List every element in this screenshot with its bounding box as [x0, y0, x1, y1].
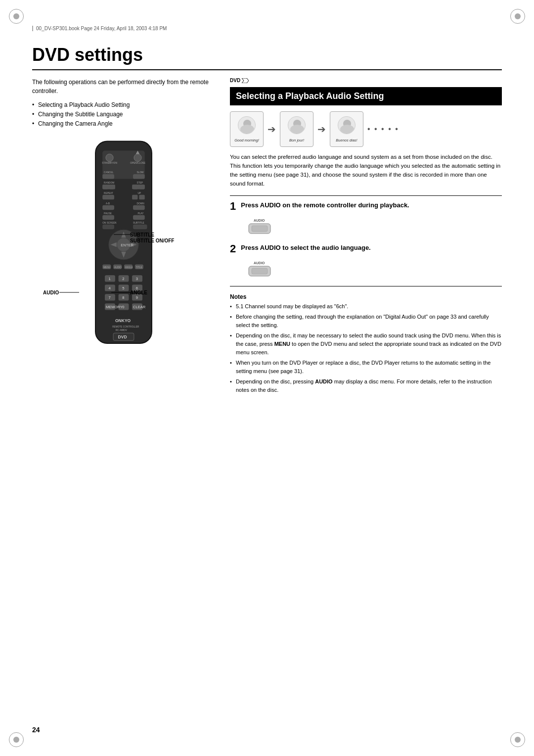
svg-text:UP: UP [138, 191, 141, 194]
page-number: 24 [32, 726, 40, 734]
svg-text:MENU: MENU [103, 266, 111, 269]
step-2-header: 2 Press AUDIO to select the audio langua… [230, 243, 502, 254]
dvd-icon-label: DVD [230, 78, 502, 83]
subtitle-label: SUBTITLE [130, 232, 154, 237]
svg-text:2: 2 [122, 276, 124, 281]
svg-rect-30 [102, 215, 114, 220]
notes-section: Notes 5.1 Channel sound may be displayed… [230, 293, 502, 394]
svg-text:REMOTE CONTROLLER: REMOTE CONTROLLER [112, 325, 139, 328]
svg-rect-89 [252, 268, 267, 274]
arrow-2: ➔ [317, 123, 326, 135]
svg-text:RANDOM: RANDOM [104, 182, 114, 184]
person-face-2 [288, 116, 306, 134]
svg-rect-27 [133, 205, 145, 210]
svg-text:ENTER: ENTER [121, 243, 134, 247]
svg-text:3: 3 [136, 276, 138, 281]
person-3: Buenos dias! [330, 111, 363, 147]
remote-control-image: STANDBY/ON OPEN/CLOSE CANCEL SLOW RANDOM… [77, 137, 171, 362]
right-column: DVD Selecting a Playback Audio Setting G… [230, 78, 502, 396]
svg-text:TITLE: TITLE [136, 266, 142, 269]
step-1-header: 1 Press AUDIO on the remote controller d… [230, 201, 502, 212]
list-item: Changing the Camera Angle [32, 119, 215, 129]
audio-btn-illus-2: AUDIO [245, 258, 502, 278]
svg-text:4: 4 [109, 285, 111, 290]
svg-rect-17 [132, 184, 137, 189]
main-content: DVD settings The following operations ca… [32, 45, 502, 716]
person-label-3: Buenos dias! [336, 138, 357, 142]
step-2-text: Press AUDIO to select the audio language… [241, 243, 370, 252]
audio-button-svg-1: AUDIO [245, 216, 274, 236]
svg-rect-18 [139, 184, 144, 189]
continuation-dots: • • • • • [367, 125, 399, 134]
svg-rect-26 [102, 205, 114, 210]
remote-area: STANDBY/ON OPEN/CLOSE CANCEL SLOW RANDOM… [32, 137, 215, 362]
svg-text:7: 7 [109, 295, 111, 299]
svg-text:DOWN: DOWN [137, 202, 145, 204]
page-title: DVD settings [32, 45, 502, 70]
step-1-text: Press AUDIO on the remote controller dur… [241, 201, 409, 210]
svg-text:9: 9 [136, 295, 138, 299]
step-1: 1 Press AUDIO on the remote controller d… [230, 201, 502, 236]
svg-text:STEP: STEP [137, 182, 143, 184]
two-col-layout: The following operations can be performe… [32, 78, 502, 396]
svg-text:AUDIO: AUDIO [114, 266, 122, 269]
svg-text:ONKYO: ONKYO [115, 318, 131, 323]
corner-mark-br [510, 732, 525, 747]
description-text: You can select the preferred audio langu… [230, 153, 502, 188]
svg-rect-9 [102, 174, 114, 179]
svg-text:DVD: DVD [118, 334, 127, 339]
page: 00_DV-SP301.book Page 24 Friday, April 1… [0, 0, 534, 756]
svg-text:AUDIO: AUDIO [254, 261, 265, 265]
svg-text:CANCEL: CANCEL [104, 171, 114, 174]
audio-label: AUDIO [43, 290, 59, 295]
list-item: Changing the Subtitle Language [32, 110, 215, 119]
svg-text:STANDBY/ON: STANDBY/ON [102, 162, 117, 164]
note-item: 5.1 Channel sound may be displayed as "6… [230, 302, 502, 311]
person-face-3 [338, 116, 356, 134]
note-item: Depending on the disc, pressing AUDIO ma… [230, 378, 502, 394]
notes-title: Notes [230, 293, 502, 300]
left-column: The following operations can be performe… [32, 78, 215, 396]
svg-text:PLAY: PLAY [138, 212, 144, 214]
step-2: 2 Press AUDIO to select the audio langua… [230, 243, 502, 278]
svg-text:AUDIO: AUDIO [254, 219, 265, 222]
svg-text:8: 8 [122, 295, 124, 299]
svg-marker-83 [242, 78, 249, 83]
svg-rect-22 [132, 194, 137, 199]
divider-1 [230, 195, 502, 196]
svg-point-3 [134, 154, 141, 161]
list-item: Selecting a Playback Audio Setting [32, 100, 215, 110]
svg-rect-10 [133, 174, 145, 179]
corner-mark-tl [9, 9, 24, 24]
svg-rect-16 [110, 184, 115, 189]
svg-text:OPEN/CLOSE: OPEN/CLOSE [130, 162, 145, 164]
svg-text:SLOW: SLOW [137, 171, 144, 174]
angle-label: ANGLE [130, 290, 147, 295]
step-2-number: 2 [230, 243, 236, 254]
svg-text:5: 5 [122, 285, 124, 290]
svg-text:1: 1 [109, 276, 111, 281]
svg-point-2 [106, 154, 113, 161]
corner-mark-bl [9, 732, 24, 747]
step-1-number: 1 [230, 201, 236, 212]
svg-rect-86 [252, 226, 267, 232]
arrow-1: ➔ [267, 123, 276, 135]
svg-rect-35 [133, 224, 147, 229]
corner-mark-tr [510, 9, 525, 24]
svg-text:PAUSE: PAUSE [104, 212, 112, 214]
person-face-1 [238, 116, 256, 134]
svg-text:REPEAT: REPEAT [104, 191, 113, 194]
person-label-1: Good morning! [234, 138, 259, 142]
notes-list: 5.1 Channel sound may be displayed as "6… [230, 302, 502, 394]
audio-btn-illus-1: AUDIO [245, 216, 502, 236]
person-2: Bon jour! [280, 111, 313, 147]
section-title: Selecting a Playback Audio Setting [230, 87, 502, 105]
svg-rect-15 [102, 184, 108, 189]
svg-text:ANGLE: ANGLE [125, 266, 133, 269]
svg-text:CLEAR: CLEAR [133, 304, 146, 309]
note-item: Depending on the disc, it may be necessa… [230, 331, 502, 357]
svg-rect-21 [102, 194, 114, 199]
person-label-2: Bon jour! [289, 138, 304, 142]
audio-button-svg-2: AUDIO [245, 258, 274, 278]
meta-info: 00_DV-SP301.book Page 24 Friday, April 1… [32, 26, 167, 31]
